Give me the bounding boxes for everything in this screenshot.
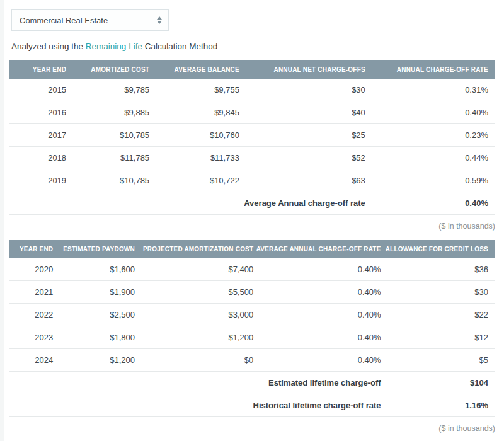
cell-projected-amortization-cost: $5,500 xyxy=(135,281,253,304)
thousands-footnote: ($ in thousands) xyxy=(0,222,495,231)
column-header-year-end: YEAR END xyxy=(9,60,66,79)
unfold-more-icon xyxy=(157,16,162,24)
cell-projected-amortization-cost: $3,000 xyxy=(135,304,253,326)
cell-avg-charge-off-rate: 0.40% xyxy=(253,281,381,304)
cell-amortized-cost: $11,785 xyxy=(66,147,149,169)
cell-year: 2021 xyxy=(9,281,53,304)
cell-estimated-paydown: $1,600 xyxy=(53,258,135,281)
cell-year: 2024 xyxy=(9,349,53,372)
analysis-method-text: Analyzed using the Remaining Life Calcul… xyxy=(11,42,504,51)
table-row: 2021 $1,900 $5,500 0.40% $30 xyxy=(9,281,495,304)
thousands-footnote: ($ in thousands) xyxy=(0,424,495,433)
historical-lifetime-charge-off-rate-row: Historical lifetime charge-off rate 1.16… xyxy=(9,394,495,417)
table-row: 2017 $10,785 $10,760 $25 0.23% xyxy=(9,124,495,147)
analysis-method-suffix: Calculation Method xyxy=(142,42,217,51)
cell-allowance: $12 xyxy=(381,326,495,349)
cell-average-balance: $9,755 xyxy=(149,79,239,101)
cell-year: 2022 xyxy=(9,304,53,326)
projection-table: YEAR END ESTIMATED PAYDOWN PROJECTED AMO… xyxy=(9,240,495,417)
clm-panel: Commercial Real Estate Analyzed using th… xyxy=(0,9,504,433)
cell-net-charge-offs: $30 xyxy=(239,79,365,101)
cell-projected-amortization-cost: $0 xyxy=(135,349,253,372)
cell-avg-charge-off-rate: 0.40% xyxy=(253,304,381,326)
summary-value: 1.16% xyxy=(381,394,495,417)
cell-year: 2016 xyxy=(9,101,66,124)
cell-allowance: $22 xyxy=(381,304,495,326)
analysis-method-prefix: Analyzed using the xyxy=(11,42,86,51)
table-row: 2018 $11,785 $11,733 $52 0.44% xyxy=(9,147,495,169)
cell-avg-charge-off-rate: 0.40% xyxy=(253,326,381,349)
table-row: 2022 $2,500 $3,000 0.40% $22 xyxy=(9,304,495,326)
summary-value: 0.40% xyxy=(365,192,495,215)
table-row: 2020 $1,600 $7,400 0.40% $36 xyxy=(9,258,495,281)
cell-average-balance: $9,845 xyxy=(149,101,239,124)
column-header-year-end: YEAR END xyxy=(9,240,53,258)
cell-avg-charge-off-rate: 0.40% xyxy=(253,349,381,372)
column-header-annual-net-charge-offs: ANNUAL NET CHARGE-OFFS xyxy=(239,60,365,79)
cell-year: 2015 xyxy=(9,79,66,101)
cell-estimated-paydown: $1,800 xyxy=(53,326,135,349)
historical-table: YEAR END AMORTIZED COST AVERAGE BALANCE … xyxy=(9,60,495,215)
column-header-average-annual-charge-off-rate: AVERAGE ANNUAL CHARGE-OFF RATE xyxy=(253,240,381,258)
average-annual-charge-off-row: Average Annual charge-off rate 0.40% xyxy=(9,192,495,215)
portfolio-select-value: Commercial Real Estate xyxy=(20,16,108,25)
table-row: 2019 $10,785 $10,722 $63 0.59% xyxy=(9,169,495,192)
cell-amortized-cost: $9,885 xyxy=(66,101,149,124)
cell-year: 2017 xyxy=(9,124,66,147)
projection-header-row: YEAR END ESTIMATED PAYDOWN PROJECTED AMO… xyxy=(9,240,495,258)
cell-year: 2023 xyxy=(9,326,53,349)
portfolio-select[interactable]: Commercial Real Estate xyxy=(11,9,169,31)
cell-net-charge-offs: $40 xyxy=(239,101,365,124)
cell-amortized-cost: $9,785 xyxy=(66,79,149,101)
cell-estimated-paydown: $1,900 xyxy=(53,281,135,304)
table-row: 2016 $9,885 $9,845 $40 0.40% xyxy=(9,101,495,124)
column-header-annual-charge-off-rate: ANNUAL CHARGE-OFF RATE xyxy=(365,60,495,79)
cell-average-balance: $11,733 xyxy=(149,147,239,169)
historical-header-row: YEAR END AMORTIZED COST AVERAGE BALANCE … xyxy=(9,60,495,79)
cell-charge-off-rate: 0.31% xyxy=(365,79,495,101)
cell-projected-amortization-cost: $1,200 xyxy=(135,326,253,349)
summary-label: Historical lifetime charge-off rate xyxy=(9,394,381,417)
cell-net-charge-offs: $25 xyxy=(239,124,365,147)
table-row: 2024 $1,200 $0 0.40% $5 xyxy=(9,349,495,372)
table-row: 2015 $9,785 $9,755 $30 0.31% xyxy=(9,79,495,101)
cell-net-charge-offs: $63 xyxy=(239,169,365,192)
cell-estimated-paydown: $1,200 xyxy=(53,349,135,372)
column-header-average-balance: AVERAGE BALANCE xyxy=(149,60,239,79)
cell-charge-off-rate: 0.59% xyxy=(365,169,495,192)
column-header-estimated-paydown: ESTIMATED PAYDOWN xyxy=(53,240,135,258)
cell-projected-amortization-cost: $7,400 xyxy=(135,258,253,281)
table-row: 2023 $1,800 $1,200 0.40% $12 xyxy=(9,326,495,349)
cell-allowance: $30 xyxy=(381,281,495,304)
cell-charge-off-rate: 0.23% xyxy=(365,124,495,147)
summary-label: Estimated lifetime charge-off xyxy=(9,372,381,394)
cell-year: 2018 xyxy=(9,147,66,169)
cell-amortized-cost: $10,785 xyxy=(66,124,149,147)
summary-label: Average Annual charge-off rate xyxy=(9,192,365,215)
cell-estimated-paydown: $2,500 xyxy=(53,304,135,326)
cell-amortized-cost: $10,785 xyxy=(66,169,149,192)
column-header-allowance-for-credit-loss: ALLOWANCE FOR CREDIT LOSS xyxy=(381,240,495,258)
remaining-life-link[interactable]: Remaining Life xyxy=(86,42,142,51)
cell-average-balance: $10,760 xyxy=(149,124,239,147)
cell-year: 2020 xyxy=(9,258,53,281)
cell-net-charge-offs: $52 xyxy=(239,147,365,169)
summary-value: $104 xyxy=(381,372,495,394)
cell-charge-off-rate: 0.44% xyxy=(365,147,495,169)
column-header-projected-amortization-cost: PROJECTED AMORTIZATION COST xyxy=(135,240,253,258)
estimated-lifetime-charge-off-row: Estimated lifetime charge-off $104 xyxy=(9,372,495,394)
cell-allowance: $36 xyxy=(381,258,495,281)
cell-avg-charge-off-rate: 0.40% xyxy=(253,258,381,281)
cell-allowance: $5 xyxy=(381,349,495,372)
cell-charge-off-rate: 0.40% xyxy=(365,101,495,124)
column-header-amortized-cost: AMORTIZED COST xyxy=(66,60,149,79)
cell-average-balance: $10,722 xyxy=(149,169,239,192)
cell-year: 2019 xyxy=(9,169,66,192)
